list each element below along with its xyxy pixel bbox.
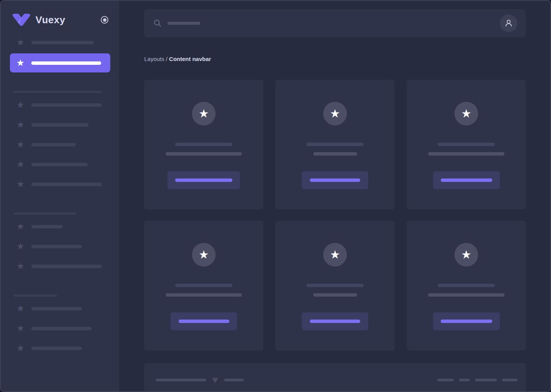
top-navbar	[144, 9, 526, 37]
footer-row: ♥	[156, 375, 517, 385]
card-avatar-circle: ★	[323, 102, 347, 125]
footer-link-bar[interactable]	[437, 379, 454, 381]
star-icon: ★	[461, 108, 472, 119]
skeleton-label-bar	[31, 225, 63, 228]
footer-text-bar	[224, 379, 244, 381]
star-icon: ★	[15, 100, 26, 109]
star-icon: ★	[15, 304, 26, 313]
star-icon: ★	[15, 58, 26, 67]
sidebar-item-top[interactable]: ★	[1, 32, 119, 52]
sidebar-item[interactable]: ★	[1, 318, 119, 338]
skeleton-label-bar	[31, 123, 89, 127]
button-label-bar	[441, 320, 492, 323]
sidebar-item[interactable]: ★	[1, 217, 119, 236]
card-button[interactable]	[433, 312, 500, 330]
sidebar-item[interactable]: ★	[1, 154, 119, 174]
sidebar-section: ★ ★ ★	[1, 212, 119, 276]
content-card: ★	[276, 221, 395, 350]
card-title-bar	[306, 143, 364, 146]
sidebar-section: ★ ★ ★ ★ ★	[1, 91, 119, 194]
star-icon: ★	[15, 242, 26, 251]
footer-link-bar[interactable]	[459, 379, 470, 381]
skeleton-label-bar	[31, 245, 82, 248]
sidebar-item[interactable]: ★	[1, 299, 119, 318]
skeleton-label-bar	[31, 143, 76, 146]
content-card: ★	[144, 80, 263, 209]
person-icon	[504, 18, 514, 28]
card-avatar-circle: ★	[454, 243, 478, 267]
skeleton-label-bar	[31, 103, 102, 107]
star-icon: ★	[199, 249, 209, 260]
sidebar-item[interactable]: ★	[1, 338, 119, 358]
content-card: ★	[407, 80, 526, 209]
star-icon: ★	[15, 120, 26, 129]
card-subtitle-bar	[166, 293, 242, 297]
footer-link-bar[interactable]	[475, 379, 497, 381]
card-title-bar	[438, 284, 495, 287]
star-icon: ★	[330, 249, 340, 260]
sidebar-sections: ★ ★ ★ ★ ★ ★ ★ ★ ★ ★ ★	[1, 91, 119, 358]
skeleton-label-bar	[31, 327, 92, 330]
sidebar-item[interactable]: ★	[1, 174, 119, 194]
button-label-bar	[179, 320, 229, 323]
card-button[interactable]	[302, 312, 368, 330]
star-icon: ★	[15, 222, 26, 231]
search-icon	[153, 19, 162, 27]
skeleton-label-bar	[31, 61, 101, 65]
app-window: Vuexy ★ ★ ★ ★ ★ ★ ★ ★	[0, 0, 551, 392]
content-card: ★	[144, 221, 263, 350]
star-icon: ★	[461, 249, 472, 260]
content-card: ★	[276, 80, 395, 209]
card-subtitle-bar	[313, 293, 357, 297]
card-avatar-circle: ★	[323, 243, 347, 267]
card-avatar-circle: ★	[454, 102, 478, 125]
sidebar-nav: ★ ★ ★ ★ ★ ★ ★ ★ ★ ★	[1, 32, 119, 358]
sidebar-item-active[interactable]: ★	[10, 53, 110, 72]
skeleton-label-bar	[31, 183, 102, 186]
breadcrumb-parent[interactable]: Layouts	[144, 56, 164, 62]
vuexy-logo-icon[interactable]	[12, 14, 31, 26]
section-items: ★ ★ ★	[1, 299, 119, 358]
button-label-bar	[310, 178, 360, 182]
card-title-bar	[438, 143, 495, 146]
star-icon: ★	[15, 140, 26, 149]
cards-grid: ★ ★ ★ ★ ★	[144, 80, 526, 350]
star-icon: ★	[199, 108, 209, 119]
sidebar-item[interactable]: ★	[1, 115, 119, 135]
sidebar-item[interactable]: ★	[1, 95, 119, 115]
brand-name[interactable]: Vuexy	[35, 14, 101, 26]
skeleton-label-bar	[31, 307, 82, 310]
card-button[interactable]	[433, 171, 500, 189]
card-subtitle-bar	[166, 152, 242, 156]
section-header-bar	[13, 91, 102, 93]
sidebar-item[interactable]: ★	[1, 256, 119, 276]
sidebar: Vuexy ★ ★ ★ ★ ★ ★ ★ ★	[1, 1, 119, 391]
card-button[interactable]	[302, 171, 368, 189]
star-icon: ★	[330, 108, 340, 119]
card-button[interactable]	[171, 312, 237, 330]
card-subtitle-bar	[428, 152, 504, 156]
card-title-bar	[175, 143, 232, 146]
sidebar-item[interactable]: ★	[1, 135, 119, 154]
footer-link-bar[interactable]	[502, 379, 517, 381]
search-input[interactable]	[153, 19, 500, 27]
sidebar-item[interactable]: ★	[1, 236, 119, 256]
skeleton-label-bar	[31, 163, 88, 166]
card-title-bar	[175, 284, 232, 287]
menu-pin-radio-icon[interactable]	[101, 16, 108, 24]
button-label-bar	[175, 178, 232, 182]
search-placeholder-bar	[168, 22, 200, 25]
card-button[interactable]	[168, 171, 240, 189]
star-icon: ★	[15, 262, 26, 271]
card-subtitle-bar	[313, 152, 357, 156]
skeleton-label-bar	[31, 41, 94, 44]
star-icon: ★	[15, 38, 26, 47]
user-avatar[interactable]	[500, 14, 517, 32]
card-avatar-circle: ★	[192, 102, 216, 125]
breadcrumb: Layouts / Content navbar	[144, 55, 526, 63]
content-card: ★	[407, 221, 526, 350]
brand-row: Vuexy	[1, 1, 119, 26]
section-items: ★ ★ ★ ★ ★	[1, 95, 119, 194]
main-content: Layouts / Content navbar ★ ★ ★ ★	[119, 1, 550, 391]
card-title-bar	[306, 284, 364, 287]
